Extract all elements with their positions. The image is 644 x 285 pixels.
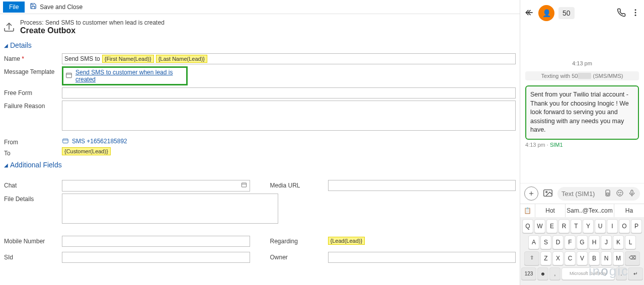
sim-card-icon[interactable] xyxy=(604,189,612,199)
enter-key[interactable]: ↵ xyxy=(628,267,643,280)
suggestion-3[interactable]: Ha xyxy=(614,204,644,217)
from-lookup[interactable]: SMS +16562185892 xyxy=(62,137,516,146)
received-message[interactable]: Sent from your Twilio trial account - Th… xyxy=(525,85,639,140)
call-icon[interactable] xyxy=(617,8,626,19)
key-i[interactable]: I xyxy=(607,219,618,233)
label-failure: Failure Reason xyxy=(4,101,62,110)
template-link[interactable]: Send SMS to customer when lead is create… xyxy=(75,69,184,83)
file-details-textarea[interactable] xyxy=(62,194,278,224)
chip-customer[interactable]: {Customer(Lead)} xyxy=(62,147,111,155)
svg-point-9 xyxy=(635,9,636,11)
svg-point-19 xyxy=(618,192,619,193)
label-template: Message Template xyxy=(4,66,62,75)
key-s[interactable]: S xyxy=(540,235,551,249)
key-c[interactable]: C xyxy=(565,251,576,265)
process-breadcrumb: Process: Send SMS to customer when lead … xyxy=(20,19,165,26)
label-to: To xyxy=(4,148,62,157)
key-y[interactable]: Y xyxy=(583,219,594,233)
key-d[interactable]: D xyxy=(552,235,564,249)
lookup-icon[interactable] xyxy=(240,181,248,190)
template-lookup[interactable]: Send SMS to customer when lead is create… xyxy=(62,66,188,85)
key-p[interactable]: P xyxy=(631,219,642,233)
save-and-close-button[interactable]: Save and Close xyxy=(30,3,83,11)
phone-header: 👤 50 xyxy=(520,0,644,26)
toolbar: File Save and Close xyxy=(0,0,520,14)
gallery-icon[interactable] xyxy=(542,187,553,200)
label-freeform: Free Form xyxy=(4,87,62,97)
key-x[interactable]: X xyxy=(552,251,564,265)
num-key[interactable]: 123 xyxy=(521,267,536,280)
label-name: Name * xyxy=(4,53,62,62)
more-icon[interactable] xyxy=(631,8,640,19)
compose-placeholder: Text (SIM1) xyxy=(561,190,595,198)
sid-input[interactable] xyxy=(62,252,250,263)
owner-lookup[interactable] xyxy=(328,252,516,263)
key-t[interactable]: T xyxy=(571,219,582,233)
globe-key[interactable]: ☻ xyxy=(537,267,548,280)
row-name: Name * Send SMS to {First Name(Lead)} {L… xyxy=(0,52,520,65)
key-g[interactable]: G xyxy=(577,235,588,249)
key-k[interactable]: K xyxy=(613,235,624,249)
add-attachment-icon[interactable] xyxy=(524,186,538,201)
contact-avatar[interactable]: 👤 xyxy=(538,5,554,21)
compose-bar: Text (SIM1) xyxy=(520,183,644,204)
key-f[interactable]: F xyxy=(565,235,576,249)
phone-body: 4:13 pm Texting with 50 (SMS/MMS) Sent f… xyxy=(520,26,644,183)
svg-point-18 xyxy=(617,190,623,196)
key-l[interactable]: L xyxy=(625,235,636,249)
freeform-input[interactable] xyxy=(62,87,516,99)
chip-first-name[interactable]: {First Name(Lead)} xyxy=(102,55,154,63)
suggestion-2[interactable]: Sam..@Tex..com xyxy=(566,204,614,217)
file-menu[interactable]: File xyxy=(3,2,25,13)
key-r[interactable]: R xyxy=(558,219,570,233)
key-e[interactable]: E xyxy=(546,219,557,233)
label-owner: Owner xyxy=(270,252,328,263)
caret-down-icon: ◢ xyxy=(4,162,8,168)
caret-down-icon: ◢ xyxy=(4,43,8,48)
section-additional-toggle[interactable]: ◢ Additional Fields xyxy=(0,158,520,172)
failure-textarea[interactable] xyxy=(62,101,516,131)
key-o[interactable]: O xyxy=(619,219,630,233)
back-icon[interactable] xyxy=(524,8,534,19)
form-header: Process: Send SMS to customer when lead … xyxy=(0,14,520,38)
compose-input[interactable]: Text (SIM1) xyxy=(557,187,640,201)
media-url-input[interactable] xyxy=(328,180,516,191)
chat-lookup[interactable] xyxy=(62,180,250,192)
mic-icon[interactable] xyxy=(628,189,636,199)
label-file-details: File Details xyxy=(4,194,62,203)
key-j[interactable]: J xyxy=(601,235,612,249)
save-icon xyxy=(30,3,37,11)
svg-rect-1 xyxy=(66,73,72,77)
comma-key[interactable]: , xyxy=(549,267,560,280)
kb-row-2: ASDFGHJKL xyxy=(521,235,643,249)
shift-key[interactable]: ⇧ xyxy=(524,251,539,265)
crm-form-panel: File Save and Close Process: Send SMS to… xyxy=(0,0,520,285)
row-mobile-regarding: Mobile Number Regarding {Lead(Lead)} xyxy=(0,235,520,248)
template-record-icon xyxy=(65,72,72,80)
key-a[interactable]: A xyxy=(528,235,539,249)
clipboard-icon[interactable]: 📋 xyxy=(520,204,535,217)
chip-regarding[interactable]: {Lead(Lead)} xyxy=(328,237,365,245)
label-chat: Chat xyxy=(4,180,62,192)
outbox-icon xyxy=(3,21,15,34)
label-media-url: Media URL xyxy=(270,180,328,192)
svg-rect-3 xyxy=(63,139,68,143)
emoji-icon[interactable] xyxy=(616,189,624,199)
svg-rect-21 xyxy=(631,190,633,194)
phone-preview-panel: 👤 50 4:13 pm Texting with 50 (SMS/MMS) S… xyxy=(520,0,644,285)
texting-with-banner: Texting with 50 (SMS/MMS) xyxy=(525,71,639,80)
suggestion-1[interactable]: Hot xyxy=(535,204,566,217)
key-z[interactable]: Z xyxy=(540,251,551,265)
chip-last-name[interactable]: {Last Name(Lead)} xyxy=(156,55,207,63)
section-details-toggle[interactable]: ◢ Details xyxy=(0,38,520,52)
row-freeform: Free Form xyxy=(0,86,520,100)
key-q[interactable]: Q xyxy=(522,219,533,233)
key-u[interactable]: U xyxy=(595,219,606,233)
contact-number[interactable]: 50 xyxy=(558,7,575,19)
name-input[interactable]: Send SMS to {First Name(Lead)} {Last Nam… xyxy=(62,53,516,64)
key-v[interactable]: V xyxy=(577,251,588,265)
mobile-input[interactable] xyxy=(62,236,250,247)
key-h[interactable]: H xyxy=(589,235,600,249)
key-w[interactable]: W xyxy=(534,219,545,233)
conversation-timestamp: 4:13 pm xyxy=(525,60,639,66)
